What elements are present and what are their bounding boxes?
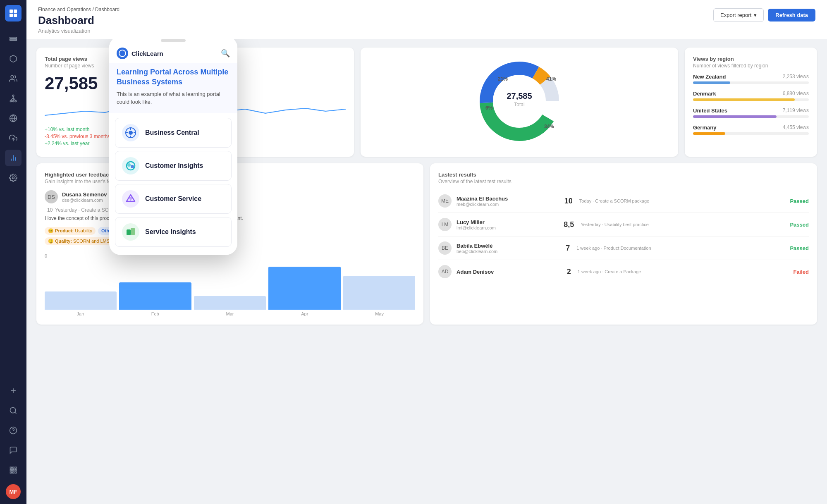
- page-title: Dashboard: [38, 14, 120, 27]
- result-avatar-0: ME: [438, 194, 452, 208]
- mobile-item-icon-cs: [122, 190, 139, 208]
- bar-chart: [45, 260, 415, 310]
- sidebar-item-box[interactable]: [5, 50, 22, 67]
- region-views: 2,253 views: [783, 74, 809, 80]
- svg-rect-31: [10, 469, 12, 471]
- svg-rect-3: [14, 14, 17, 17]
- mobile-logo-icon: [117, 48, 128, 59]
- result-detail-1: Yesterday · Usability best practice: [581, 222, 785, 227]
- export-report-button[interactable]: Export report ▾: [713, 8, 764, 22]
- svg-rect-32: [12, 469, 14, 471]
- svg-rect-59: [131, 228, 135, 235]
- result-item-0: ME Maazina El Bacchus meb@clicklearn.com…: [438, 189, 809, 213]
- mobile-hero-text: This is an example of what a learning po…: [117, 90, 230, 106]
- sidebar-item-users[interactable]: [5, 70, 22, 87]
- region-views: 7,119 views: [783, 107, 809, 114]
- mobile-search-icon[interactable]: 🔍: [221, 49, 230, 58]
- mobile-item-label-bc: Business Central: [145, 129, 199, 136]
- svg-point-48: [129, 131, 133, 135]
- result-avatar-3: AD: [438, 265, 452, 278]
- sidebar-item-chart[interactable]: [5, 150, 22, 166]
- mobile-brand-name: ClickLearn: [131, 50, 163, 57]
- region-name: Germany: [693, 124, 716, 131]
- sidebar-item-plus[interactable]: [5, 382, 22, 399]
- bar-chart-container: 0 Jan Feb Mar Apr: [45, 253, 415, 316]
- result-info-3: Adam Denisov: [457, 269, 562, 275]
- svg-rect-36: [15, 472, 16, 473]
- mobile-item-icon-ci: [122, 157, 139, 174]
- result-email-1: lmi@clicklearn.com: [457, 225, 559, 230]
- svg-text:41%: 41%: [546, 76, 556, 82]
- bar-apr: [268, 267, 340, 310]
- mobile-item-si[interactable]: Service Insights: [115, 217, 232, 247]
- region-item-de: Germany 4,455 views: [693, 124, 809, 135]
- svg-text:Total: Total: [514, 102, 524, 107]
- svg-point-55: [131, 165, 134, 168]
- sidebar-item-help[interactable]: [5, 422, 22, 439]
- bars-container: [45, 264, 415, 310]
- sidebar-item-search[interactable]: [5, 402, 22, 419]
- region-item-us: United States 7,119 views: [693, 107, 809, 118]
- mobile-item-icon-si: [122, 223, 139, 241]
- region-name: United States: [693, 107, 727, 114]
- svg-rect-4: [10, 37, 17, 38]
- user-email: dse@clicklearn.com: [62, 198, 107, 203]
- region-item-nz: New Zealand 2,253 views: [693, 74, 809, 84]
- svg-rect-29: [12, 467, 14, 468]
- svg-rect-7: [12, 95, 14, 96]
- user-avatar[interactable]: MF: [6, 484, 21, 499]
- sidebar-item-chat[interactable]: [5, 442, 22, 459]
- region-item-dk: Denmark 6,880 views: [693, 91, 809, 101]
- svg-point-21: [12, 177, 14, 179]
- mobile-item-label-cs: Customer Service: [145, 195, 201, 203]
- svg-text:27,585: 27,585: [507, 91, 532, 100]
- donut-chart-card: 27,585 Total 41% 34% 6% 21%: [361, 48, 678, 157]
- region-name: New Zealand: [693, 74, 726, 80]
- sidebar: MF: [0, 0, 26, 504]
- region-bar: [693, 81, 730, 84]
- bar-labels: Jan Feb Mar Apr May: [45, 311, 415, 316]
- result-score-0: 10: [564, 197, 573, 205]
- result-info-2: Babila Ebwélé beb@clicklearn.com: [457, 243, 561, 254]
- result-name-3: Adam Denisov: [457, 269, 562, 275]
- svg-point-6: [11, 76, 14, 79]
- result-avatar-2: BE: [438, 241, 452, 255]
- mobile-overlay: ClickLearn 🔍 Learning Portal Across Mult…: [109, 39, 237, 255]
- sidebar-item-layers[interactable]: [5, 31, 22, 47]
- mobile-hero: Learning Portal Across Multiple Business…: [109, 63, 237, 113]
- page-header: Finance and Operations / Dashboard Dashb…: [26, 0, 827, 39]
- sidebar-item-globe[interactable]: [5, 110, 22, 127]
- result-email-0: meb@clicklearn.com: [457, 202, 559, 207]
- svg-rect-0: [10, 10, 13, 13]
- result-info-0: Maazina El Bacchus meb@clicklearn.com: [457, 196, 559, 207]
- svg-rect-5: [10, 39, 17, 41]
- sidebar-item-upload[interactable]: [5, 130, 22, 146]
- region-bar-bg: [693, 115, 809, 118]
- bar-label-apr: Apr: [269, 311, 340, 316]
- results-subtitle: Overview of the latest test results: [438, 179, 809, 184]
- region-card-title: Views by region: [693, 56, 809, 62]
- svg-rect-30: [15, 467, 16, 468]
- dashboard: Total page views Number of page views 27…: [26, 39, 827, 504]
- bar-label-mar: Mar: [194, 311, 266, 316]
- result-item-2: BE Babila Ebwélé beb@clicklearn.com 7 1 …: [438, 236, 809, 260]
- chevron-down-icon: ▾: [754, 12, 757, 18]
- result-email-2: beb@clicklearn.com: [457, 249, 561, 254]
- bar-label-jan: Jan: [45, 311, 116, 316]
- mobile-item-cs[interactable]: Customer Service: [115, 184, 232, 214]
- result-detail-0: Today · Create a SCORM package: [579, 198, 785, 203]
- svg-line-14: [13, 98, 16, 100]
- mobile-item-bc[interactable]: Business Central: [115, 118, 232, 148]
- sidebar-logo[interactable]: [5, 5, 22, 21]
- refresh-data-button[interactable]: Refresh data: [768, 9, 815, 21]
- sidebar-item-hierarchy[interactable]: [5, 90, 22, 107]
- mobile-item-ci[interactable]: Customer Insights: [115, 151, 232, 181]
- mobile-item-icon-bc: [122, 124, 139, 141]
- result-status-0: Passed: [790, 198, 809, 204]
- breadcrumb: Finance and Operations / Dashboard: [38, 7, 120, 12]
- donut-svg: 27,585 Total 41% 34% 6% 21%: [474, 56, 565, 147]
- sidebar-item-settings[interactable]: [5, 170, 22, 186]
- sidebar-item-apps[interactable]: [5, 462, 22, 478]
- svg-rect-10: [15, 100, 16, 102]
- svg-line-12: [11, 98, 13, 100]
